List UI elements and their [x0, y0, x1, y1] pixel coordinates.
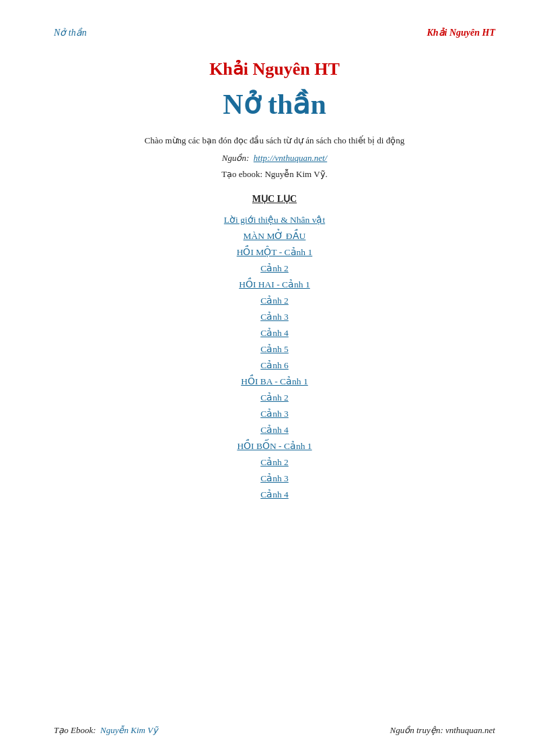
toc-item[interactable]: Lời giới thiệu & Nhân vật [54, 214, 495, 226]
toc-item[interactable]: Cảnh 3 [54, 408, 495, 419]
footer-left-link[interactable]: Nguyễn Kim Vỹ [100, 725, 158, 735]
toc-title: MỤC LỤC [54, 193, 495, 205]
toc-item[interactable]: Cảnh 2 [54, 263, 495, 274]
toc-item[interactable]: MÀN MỞ ĐẦU [54, 230, 495, 242]
toc-item[interactable]: Cảnh 4 [54, 489, 495, 500]
author-title: Khải Nguyên HT [54, 59, 495, 79]
toc-item[interactable]: Cảnh 2 [54, 456, 495, 468]
welcome-text: Chào mừng các bạn đón đọc đầu sách từ dự… [54, 135, 495, 146]
toc-item[interactable]: Cảnh 3 [54, 473, 495, 484]
toc-item[interactable]: Cảnh 5 [54, 343, 495, 355]
footer: Tạo Ebook: Nguyễn Kim Vỹ Nguồn truyện: v… [54, 725, 495, 736]
toc-item[interactable]: Cảnh 6 [54, 359, 495, 371]
book-title: Nở thần [54, 88, 495, 121]
header: Nở thần Khải Nguyên HT [54, 27, 495, 38]
page: Nở thần Khải Nguyên HT Khải Nguyên HT Nở… [0, 0, 549, 756]
header-left-title: Nở thần [54, 27, 87, 38]
toc-item[interactable]: Cảnh 2 [54, 392, 495, 403]
toc-item[interactable]: Cảnh 4 [54, 424, 495, 436]
footer-right: Nguồn truyện: vnthuquan.net [390, 725, 495, 736]
toc-item[interactable]: HỒI BỐN - Cảnh 1 [54, 440, 495, 452]
source-url-link[interactable]: http://vnthuquan.net/ [254, 153, 327, 163]
footer-left-static: Tạo Ebook: [54, 725, 96, 735]
ebook-creator: Tạo ebook: Nguyễn Kim Vỹ. [54, 169, 495, 180]
toc-item[interactable]: HỒI MỘT - Cảnh 1 [54, 246, 495, 258]
source-label: Nguồn: [222, 153, 250, 163]
toc-item[interactable]: Cảnh 4 [54, 327, 495, 339]
toc-item[interactable]: Cảnh 3 [54, 311, 495, 322]
footer-right-text: Nguồn truyện: vnthuquan.net [390, 725, 495, 735]
header-right-author: Khải Nguyên HT [427, 27, 495, 38]
source-line: Nguồn: http://vnthuquan.net/ [54, 153, 495, 164]
main-content: Khải Nguyên HT Nở thần Chào mừng các bạn… [54, 59, 495, 500]
toc-item[interactable]: Cảnh 2 [54, 295, 495, 306]
toc-item[interactable]: HỒI BA - Cảnh 1 [54, 376, 495, 387]
footer-left: Tạo Ebook: Nguyễn Kim Vỹ [54, 725, 158, 736]
toc-list: Lời giới thiệu & Nhân vậtMÀN MỞ ĐẦUHỒI M… [54, 214, 495, 500]
toc-item[interactable]: HỒI HAI - Cảnh 1 [54, 279, 495, 290]
